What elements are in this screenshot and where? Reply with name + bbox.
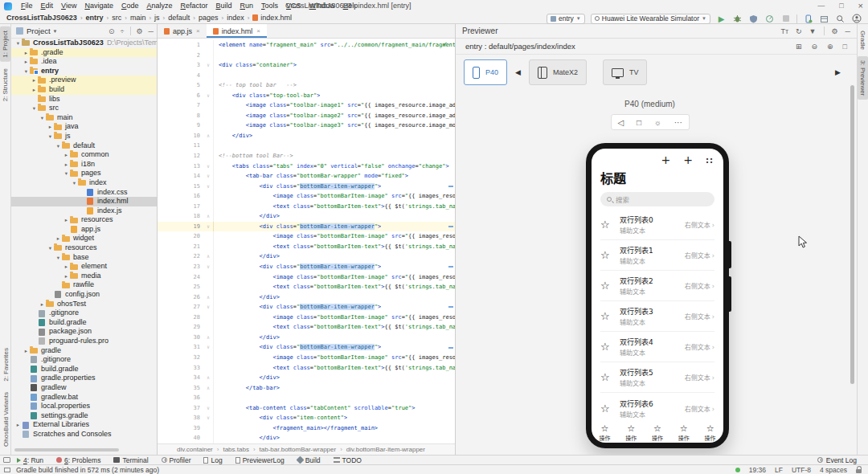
breadcrumb-item[interactable]: div.container [177, 446, 213, 453]
close-icon[interactable]: × [256, 27, 260, 35]
search-icon[interactable] [835, 14, 845, 24]
sdk-manager-icon[interactable] [819, 14, 829, 24]
code-line-27[interactable]: 27∨ <div class="bottomBar-item-wrapper"> [158, 302, 455, 313]
list-item[interactable]: ☆双行列表0辅助文本右侧文本› [600, 210, 714, 240]
tree-item-external-libraries[interactable]: ▸External Libraries [11, 420, 157, 430]
tree-item-proguard-rules-pro[interactable]: proguard-rules.pro [11, 337, 157, 346]
tree-item-build-gradle[interactable]: build.gradle [11, 365, 157, 374]
debug-icon[interactable] [732, 14, 743, 24]
tree-item-index[interactable]: ▾index [11, 178, 157, 188]
chevron-expanded-icon[interactable]: ▾ [23, 67, 30, 76]
code-line-8[interactable]: 8 <image class="toolbar-image2" src="{{ … [158, 111, 455, 121]
code-line-35[interactable]: 35∧ </tab-bar> [158, 383, 455, 394]
frame-icon[interactable]: □ [843, 43, 847, 51]
tree-item-widget[interactable]: ▸widget [11, 234, 157, 243]
hide-panel-icon[interactable]: ─ [149, 27, 154, 35]
code-line-18[interactable]: 18∧ </div> [158, 211, 455, 222]
chevron-expanded-icon[interactable]: ▾ [31, 104, 38, 113]
code-line-19[interactable]: 19∨ <div class="bottomBar-item-wrapper"> [158, 222, 455, 232]
grid-dots-icon[interactable]: :: [706, 156, 714, 165]
close-button[interactable]: × [858, 0, 863, 12]
code-line-38[interactable]: 38∨ <div class="item-content"> [158, 413, 455, 423]
device-manager-icon[interactable] [803, 14, 813, 24]
tree-item-media[interactable]: ▸media [11, 272, 157, 281]
tree-item-src[interactable]: ▾src [11, 104, 157, 113]
toolstrip-gradle[interactable]: Gradle [858, 27, 868, 54]
tree-item-app-js[interactable]: app.js [11, 225, 157, 235]
fold-icon[interactable]: ∨ [203, 403, 213, 414]
fold-icon[interactable]: ∨ [203, 161, 213, 172]
list-item[interactable]: ☆双行列表3辅助文本右侧文本› [600, 301, 714, 332]
code-line-33[interactable]: 33 <text class="bottomBarItem-text">{{ $… [158, 363, 455, 374]
list-item[interactable]: ☆双行列表6辅助文本右侧文本› [600, 393, 714, 423]
tree-item-java[interactable]: ▸java [11, 122, 157, 132]
chevron-collapsed-icon[interactable]: ▸ [14, 420, 22, 430]
menu-edit[interactable]: Edit [37, 0, 58, 12]
tree-item-main[interactable]: ▾main [11, 113, 157, 123]
fold-icon[interactable]: ∨ [203, 302, 213, 313]
code-line-32[interactable]: 32 <image class="bottomBarItem-image" sr… [158, 353, 455, 363]
list-item[interactable]: ☆双行列表2辅助文本右侧文本› [600, 271, 714, 301]
code-line-30[interactable]: 30∧ </div> [158, 333, 455, 343]
tree-item-resources[interactable]: ▸resources [11, 215, 157, 225]
list-item[interactable]: ☆双行列表1辅助文本右侧文本› [600, 240, 714, 271]
device-card-tv[interactable]: TV [603, 59, 648, 85]
star-icon[interactable]: ☆ [600, 402, 620, 415]
tree-item--idea[interactable]: ▸.idea [11, 57, 157, 67]
code-line-20[interactable]: 20 <image class="bottomBarItem-image" sr… [158, 231, 455, 242]
coverage-icon[interactable] [748, 14, 759, 24]
cursor-position[interactable]: 19:36 [749, 466, 766, 474]
toolstrip-project[interactable]: 1: Project [0, 27, 10, 62]
chevron-expanded-icon[interactable]: ▾ [55, 253, 62, 263]
tree-item--gitignore[interactable]: .gitignore [11, 309, 157, 318]
fold-icon[interactable]: ∧ [203, 211, 213, 222]
star-icon[interactable]: ☆ [600, 219, 620, 231]
zoom-out-icon[interactable]: ⊖ [811, 43, 817, 51]
toolstrip-structure[interactable]: 2: Structure [0, 64, 10, 105]
breadcrumb-item[interactable]: index.hml [260, 14, 292, 22]
code-line-2[interactable]: 2 [158, 51, 455, 61]
code-line-12[interactable]: 12<!--bottom tool Bar--> [158, 151, 455, 161]
editor-tab-index.hml[interactable]: index.hml× [207, 24, 267, 38]
brightness-icon[interactable]: ☼ [654, 118, 661, 127]
tree-item-i18n[interactable]: ▸i18n [11, 160, 157, 170]
toolstrip-favorites[interactable]: 2: Favorites [1, 344, 11, 386]
breadcrumb-item[interactable]: entry [86, 14, 104, 22]
fold-icon[interactable]: ∨ [203, 60, 213, 71]
code-line-1[interactable]: 1<element name="fragment_main" src="../.… [158, 40, 455, 51]
star-icon[interactable]: ☆ [600, 341, 620, 353]
menu-build[interactable]: Build [212, 0, 236, 12]
code-line-6[interactable]: 6∨ <div class="top-tool-bar"> [158, 91, 455, 101]
code-line-23[interactable]: 23∨ <div class="bottomBar-item-wrapper"> [158, 262, 455, 272]
fold-icon[interactable]: ∧ [203, 333, 213, 343]
fold-icon[interactable]: ∨ [203, 413, 213, 423]
tree-item-config-json[interactable]: config.json [11, 290, 157, 300]
tab-bar-item[interactable]: ☆操作 [697, 423, 723, 443]
toolwindow-toggle-icon[interactable] [4, 468, 10, 472]
code-line-5[interactable]: 5<!-- top tool bar --> [158, 80, 455, 91]
chevron-collapsed-icon[interactable]: ▸ [47, 122, 54, 132]
back-icon[interactable]: ◁ [618, 118, 624, 127]
code-line-11[interactable]: 11 [158, 141, 455, 151]
code-line-9[interactable]: 9 <image class="toolbar-image3" src="{{ … [158, 121, 455, 131]
tree-item-default[interactable]: ▾default [11, 141, 157, 151]
carousel-right-icon[interactable]: ▶ [835, 68, 841, 76]
toolwindow-button-previewerlog[interactable]: PreviewerLog [235, 456, 285, 464]
toolwindow-button-todo[interactable]: TODO [334, 456, 362, 464]
menu-tools[interactable]: Tools [257, 0, 282, 12]
toolstrip-previewer[interactable]: 3: Previewer [858, 56, 868, 100]
code-line-21[interactable]: 21 <text class="bottomBarItem-text">{{ $… [158, 242, 455, 252]
refresh-icon[interactable]: ↻ [796, 27, 802, 35]
fold-icon[interactable]: ∧ [203, 251, 213, 262]
code-line-34[interactable]: 34∧ </div> [158, 373, 455, 383]
code-line-26[interactable]: 26∧ </div> [158, 292, 455, 303]
minimize-button[interactable]: — [817, 0, 825, 12]
code-line-25[interactable]: 25 <text class="bottomBarItem-text">{{ $… [158, 282, 455, 292]
code-line-7[interactable]: 7 <image class="toolbar-image1" src="{{ … [158, 100, 455, 111]
gear-icon[interactable]: ⚙ [137, 27, 143, 35]
chevron-expanded-icon[interactable]: ▾ [71, 178, 78, 188]
more-icon[interactable]: ··· [674, 118, 682, 127]
code-area[interactable]: ✔ 1<element name="fragment_main" src="..… [158, 39, 455, 443]
tree-item-gradle-properties[interactable]: gradle.properties [11, 374, 157, 383]
project-view-selector[interactable]: Project [27, 27, 51, 35]
